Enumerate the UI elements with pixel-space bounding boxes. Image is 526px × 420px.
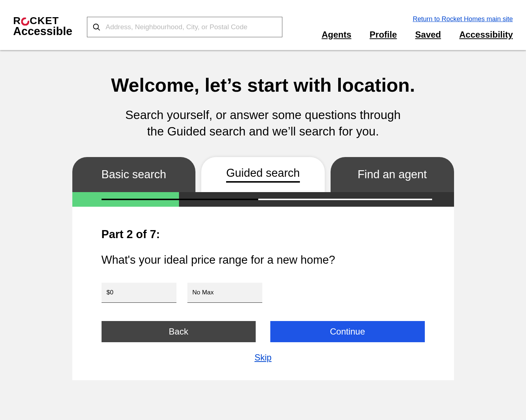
progress-line-remaining bbox=[228, 199, 432, 200]
nav-agents[interactable]: Agents bbox=[322, 30, 351, 40]
search-input[interactable] bbox=[106, 23, 277, 31]
search-container bbox=[87, 17, 282, 37]
header-right: Return to Rocket Homes main site Agents … bbox=[322, 10, 513, 40]
svg-point-0 bbox=[94, 24, 99, 29]
search-box[interactable] bbox=[87, 17, 282, 37]
question-text: What's your ideal price range for a new … bbox=[102, 253, 425, 267]
tab-find-agent-label: Find an agent bbox=[358, 168, 427, 181]
primary-nav: Agents Profile Saved Accessibility bbox=[322, 30, 513, 40]
tab-find-agent[interactable]: Find an agent bbox=[331, 157, 454, 192]
subtitle-line-2: the Guided search and we’ll search for y… bbox=[147, 125, 379, 138]
nav-buttons-row: Back Continue bbox=[102, 321, 425, 342]
site-header: R CKET Accessible Return to Rocket Homes… bbox=[0, 0, 526, 50]
step-indicator: Part 2 of 7: bbox=[102, 228, 425, 241]
svg-line-1 bbox=[98, 28, 100, 30]
tabs-row: Basic search Guided search Find an agent bbox=[72, 157, 454, 192]
nav-saved[interactable]: Saved bbox=[415, 30, 441, 40]
progress-bar bbox=[72, 192, 454, 207]
skip-link[interactable]: Skip bbox=[102, 352, 425, 363]
logo-wordmark-top: R CKET bbox=[13, 16, 59, 26]
rocket-o-icon bbox=[21, 17, 29, 25]
subtitle-line-1: Search yourself, or answer some question… bbox=[125, 108, 401, 122]
price-max-input[interactable] bbox=[187, 283, 262, 303]
page-title: Welcome, let’s start with location. bbox=[111, 74, 415, 96]
logo-letter-r: R bbox=[13, 16, 21, 26]
price-inputs-row bbox=[102, 283, 425, 303]
progress-line-completed bbox=[102, 199, 258, 200]
tab-basic-search-label: Basic search bbox=[102, 168, 166, 181]
logo[interactable]: R CKET Accessible bbox=[13, 16, 72, 38]
search-tabs-container: Basic search Guided search Find an agent… bbox=[72, 157, 454, 380]
tab-guided-search[interactable]: Guided search bbox=[201, 157, 325, 192]
tab-guided-search-label: Guided search bbox=[226, 167, 300, 183]
tab-basic-search[interactable]: Basic search bbox=[72, 157, 196, 192]
nav-profile[interactable]: Profile bbox=[370, 30, 397, 40]
guided-search-panel: Part 2 of 7: What's your ideal price ran… bbox=[72, 207, 454, 380]
back-button[interactable]: Back bbox=[102, 321, 256, 342]
logo-wordmark-bottom: Accessible bbox=[13, 25, 72, 38]
page-subtitle: Search yourself, or answer some question… bbox=[125, 107, 401, 140]
continue-button[interactable]: Continue bbox=[270, 321, 425, 342]
nav-accessibility[interactable]: Accessibility bbox=[459, 30, 513, 40]
price-min-input[interactable] bbox=[102, 283, 176, 303]
search-icon bbox=[92, 23, 100, 31]
logo-letters-cket: CKET bbox=[30, 16, 59, 26]
return-main-site-link[interactable]: Return to Rocket Homes main site bbox=[413, 15, 513, 23]
main-content: Welcome, let’s start with location. Sear… bbox=[0, 50, 526, 380]
